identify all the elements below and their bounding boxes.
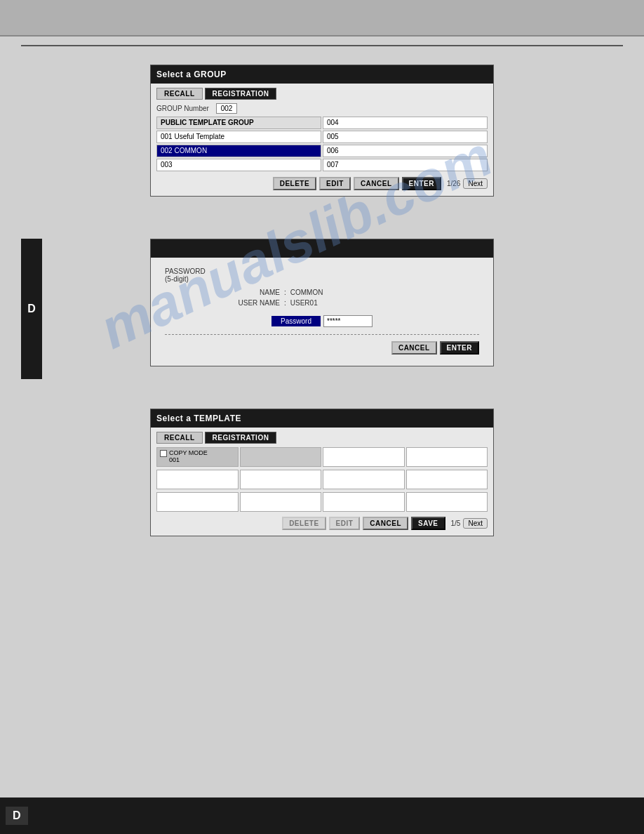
template-item[interactable]: [156, 492, 239, 512]
list-item[interactable]: 001 Useful Template: [156, 131, 321, 143]
password-section: PASSWORD (5-digit) NAME : COMMON USER NA…: [156, 262, 488, 362]
template-item[interactable]: [240, 492, 322, 512]
password-input[interactable]: [323, 315, 373, 327]
group-list-grid: PUBLIC TEMPLATE GROUP 004 001 Useful Tem…: [156, 117, 488, 171]
template-cancel-button[interactable]: CANCEL: [363, 517, 408, 530]
group-tab-registration[interactable]: REGISTRATION: [205, 88, 277, 100]
list-item[interactable]: 006: [323, 145, 488, 157]
template-save-button[interactable]: SAVE: [411, 517, 445, 530]
template-dialog-title: Select a TEMPLATE: [151, 409, 493, 428]
group-tab-recall[interactable]: RECALL: [156, 88, 203, 100]
section-divider: [21, 45, 623, 46]
template-item[interactable]: [156, 470, 239, 489]
template-grid-row3: [156, 492, 488, 512]
template-select-dialog: Select a TEMPLATE RECALL REGISTRATION CO…: [150, 409, 494, 536]
template-edit-button[interactable]: EDIT: [329, 517, 361, 530]
top-header: [0, 0, 644, 37]
template-item[interactable]: COPY MODE001: [156, 447, 239, 467]
template-tab-recall[interactable]: RECALL: [156, 432, 203, 444]
name-label: NAME: [224, 289, 280, 296]
group-tab-row: RECALL REGISTRATION: [156, 88, 488, 100]
group-edit-button[interactable]: EDIT: [319, 177, 351, 190]
template-action-row: DELETE EDIT CANCEL SAVE 1/5 Next: [156, 515, 488, 531]
template-tab-registration[interactable]: REGISTRATION: [205, 432, 277, 444]
template-dialog-body: RECALL REGISTRATION COPY MODE001: [151, 428, 493, 536]
password-dialog-titlebar: [151, 239, 493, 258]
template-item-text: COPY MODE001: [169, 449, 208, 463]
group-next-button[interactable]: Next: [463, 178, 488, 189]
template-tab-row: RECALL REGISTRATION: [156, 432, 488, 444]
group-dialog-body: RECALL REGISTRATION GROUP Number 002 PUB…: [151, 84, 493, 196]
list-item[interactable]: 007: [323, 159, 488, 171]
list-item[interactable]: 003: [156, 159, 321, 171]
list-item-selected[interactable]: 002 COMMON: [156, 145, 321, 157]
name-colon: :: [284, 289, 286, 296]
template-item[interactable]: [406, 447, 488, 467]
password-cancel-button[interactable]: CANCEL: [391, 341, 437, 355]
template-item[interactable]: [323, 470, 405, 489]
password-action-row: CANCEL ENTER: [165, 339, 479, 356]
group-number-value: 002: [216, 103, 237, 114]
username-value: USER01: [290, 299, 318, 307]
side-label-d: D: [21, 239, 42, 379]
bottom-bar: D: [0, 797, 644, 834]
group-action-row: DELETE EDIT CANCEL ENTER 1/26 Next: [156, 175, 488, 192]
name-field-row: NAME : COMMON: [224, 289, 420, 296]
password-divider: [165, 334, 479, 335]
password-enter-button[interactable]: ENTER: [440, 341, 479, 355]
username-label: USER NAME: [224, 299, 280, 307]
template-page-info: 1/5: [451, 519, 461, 527]
group-select-dialog: Select a GROUP RECALL REGISTRATION GROUP…: [150, 65, 494, 197]
group-number-label: GROUP Number: [156, 105, 213, 112]
password-dialog: PASSWORD (5-digit) NAME : COMMON USER NA…: [150, 239, 494, 366]
list-item[interactable]: 005: [323, 131, 488, 143]
template-item[interactable]: [240, 470, 322, 489]
username-colon: :: [284, 299, 286, 307]
password-dialog-body: PASSWORD (5-digit) NAME : COMMON USER NA…: [151, 258, 493, 366]
bottom-label-d: D: [6, 807, 28, 825]
template-checkbox[interactable]: [160, 450, 167, 457]
template-item[interactable]: [323, 492, 405, 512]
template-grid-row1: COPY MODE001: [156, 447, 488, 467]
side-label-d-text: D: [27, 303, 36, 315]
password-title: PASSWORD (5-digit): [165, 267, 479, 283]
template-item[interactable]: [240, 447, 322, 467]
template-grid-row2: [156, 470, 488, 489]
template-item[interactable]: [323, 447, 405, 467]
group-cancel-button[interactable]: CANCEL: [354, 177, 399, 190]
list-item[interactable]: PUBLIC TEMPLATE GROUP: [156, 117, 321, 129]
group-page-info: 1/26: [447, 180, 460, 187]
template-delete-button[interactable]: DELETE: [282, 517, 326, 530]
password-input-row: Password: [271, 315, 373, 327]
name-value: COMMON: [290, 289, 323, 296]
list-item[interactable]: 004: [323, 117, 488, 129]
group-dialog-title: Select a GROUP: [151, 65, 493, 84]
username-field-row: USER NAME : USER01: [224, 299, 420, 307]
password-input-label: Password: [271, 316, 321, 326]
group-enter-button[interactable]: ENTER: [402, 177, 441, 190]
password-fields: NAME : COMMON USER NAME : USER01 Passwor…: [165, 289, 479, 327]
group-delete-button[interactable]: DELETE: [273, 177, 316, 190]
template-item[interactable]: [406, 470, 488, 489]
template-item[interactable]: [406, 492, 488, 512]
template-next-button[interactable]: Next: [463, 518, 488, 529]
group-number-row: GROUP Number 002: [156, 103, 488, 114]
